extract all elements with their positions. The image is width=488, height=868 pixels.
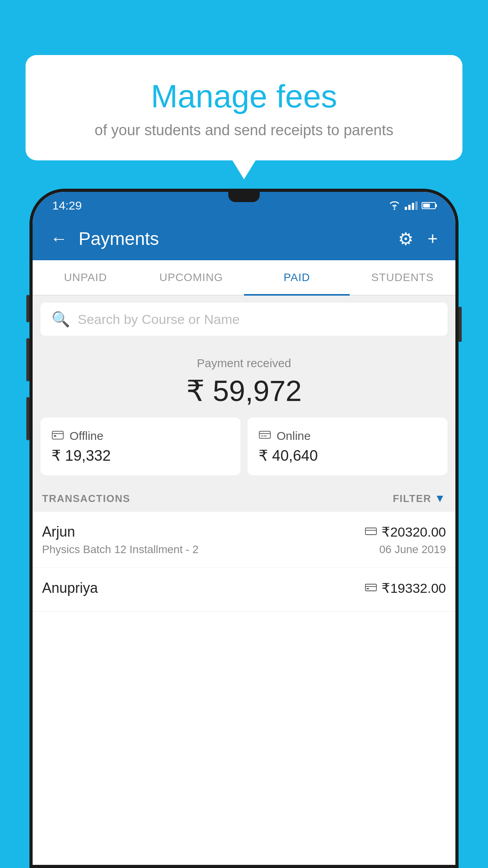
payment-cards-row: Offline ₹ 19,332 Online (33, 417, 455, 485)
transaction-course: Physics Batch 12 Installment - 2 (42, 543, 198, 556)
page-title: Payments (79, 228, 159, 249)
settings-icon[interactable]: ⚙ (398, 229, 413, 249)
offline-icon (51, 428, 64, 443)
transactions-list: Arjun ₹20320.00 Physics (33, 512, 455, 865)
transaction-amount: ₹20320.00 (382, 524, 446, 540)
search-bar[interactable]: 🔍 Search by Course or Name (40, 303, 448, 336)
svg-rect-3 (259, 431, 270, 438)
tab-unpaid[interactable]: UNPAID (33, 260, 138, 295)
phone-vol-down-button (26, 338, 29, 381)
online-icon (259, 428, 271, 443)
transaction-name: Arjun (42, 524, 75, 540)
transaction-item[interactable]: Anupriya ₹19332.00 (33, 568, 455, 612)
offline-payment-card: Offline ₹ 19,332 (40, 417, 240, 475)
battery-icon (422, 202, 436, 209)
back-button[interactable]: ← (50, 229, 68, 248)
status-time: 14:29 (52, 199, 82, 212)
transaction-amount-wrap: ₹19332.00 (365, 580, 446, 596)
phone-silent-button (26, 397, 29, 440)
online-payment-card: Online ₹ 40,640 (248, 417, 448, 475)
transaction-amount-wrap: ₹20320.00 (365, 524, 446, 540)
online-payment-icon (365, 526, 377, 538)
speech-bubble-title: Manage fees (49, 79, 439, 114)
status-icons (388, 201, 436, 210)
wifi-icon (388, 201, 401, 210)
offline-label: Offline (70, 429, 103, 443)
transactions-label: TRANSACTIONS (42, 493, 130, 505)
online-amount: ₹ 40,640 (259, 447, 437, 464)
phone-frame: 14:29 (29, 189, 459, 868)
svg-rect-5 (365, 584, 376, 591)
transaction-item[interactable]: Arjun ₹20320.00 Physics (33, 512, 455, 568)
transaction-amount: ₹19332.00 (382, 580, 446, 596)
search-icon: 🔍 (51, 311, 70, 328)
transactions-header: TRANSACTIONS FILTER ▼ (33, 485, 455, 512)
transaction-row-top: Anupriya ₹19332.00 (42, 580, 446, 596)
tabs: UNPAID UPCOMING PAID STUDENTS (33, 260, 455, 296)
transaction-name: Anupriya (42, 580, 98, 596)
svg-rect-2 (54, 435, 56, 437)
add-icon[interactable]: + (427, 229, 438, 248)
transaction-row-top: Arjun ₹20320.00 (42, 524, 446, 540)
phone-power-button (459, 307, 462, 342)
offline-amount: ₹ 19,332 (51, 447, 229, 464)
phone-notch (228, 192, 260, 202)
filter-icon: ▼ (435, 492, 446, 505)
phone-vol-up-button (26, 295, 29, 322)
online-card-header: Online (259, 428, 437, 443)
phone-screen: 14:29 (33, 192, 455, 865)
svg-rect-4 (365, 528, 376, 535)
filter-button[interactable]: FILTER ▼ (393, 492, 446, 505)
speech-bubble-subtitle: of your students and send receipts to pa… (49, 122, 439, 139)
tab-students[interactable]: STUDENTS (350, 260, 455, 295)
tab-upcoming[interactable]: UPCOMING (138, 260, 244, 295)
signal-icon (405, 201, 418, 210)
payment-received-label: Payment received (40, 357, 448, 370)
offline-payment-icon (365, 582, 377, 594)
payment-received-section: Payment received ₹ 59,972 (33, 343, 455, 417)
tab-paid[interactable]: PAID (244, 260, 350, 295)
main-content: 🔍 Search by Course or Name Payment recei… (33, 296, 455, 865)
transaction-row-bottom: Physics Batch 12 Installment - 2 06 June… (42, 543, 446, 556)
online-label: Online (277, 429, 311, 443)
header-left: ← Payments (50, 228, 159, 249)
app-header: ← Payments ⚙ + (33, 217, 455, 260)
transaction-date: 06 June 2019 (379, 543, 446, 556)
svg-rect-1 (52, 431, 63, 439)
payment-received-amount: ₹ 59,972 (40, 374, 448, 408)
speech-bubble: Manage fees of your students and send re… (26, 55, 462, 160)
offline-card-header: Offline (51, 428, 229, 443)
speech-bubble-container: Manage fees of your students and send re… (26, 55, 462, 160)
search-placeholder: Search by Course or Name (78, 312, 240, 327)
svg-point-0 (394, 208, 395, 210)
header-right: ⚙ + (398, 229, 438, 249)
svg-rect-6 (367, 588, 369, 589)
filter-text: FILTER (393, 493, 431, 505)
